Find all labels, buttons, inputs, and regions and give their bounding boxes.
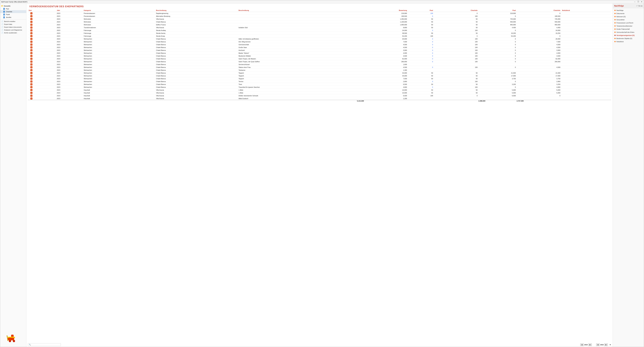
table-row[interactable]: ⋮ W 2023HaushaltVilla AcaciaAntiker ebon…	[28, 94, 611, 97]
row-menu-dots[interactable]: ⋮ W	[28, 69, 56, 71]
table-row[interactable]: ⋮ W 2023WertsachenChalet BiancaAdler mit…	[28, 37, 611, 40]
right-nav-item-vormundschaft-des-erbes[interactable]: Vormundschaft des Erbes	[613, 31, 644, 34]
sidebar-action-export[interactable]: 📄 Export data	[0, 23, 26, 26]
row-menu-dots[interactable]: ⋮ W	[28, 60, 56, 63]
row-menu-dots[interactable]: ⋮ W	[28, 57, 56, 60]
row-menu-dots[interactable]: ⋮ W	[28, 37, 56, 40]
row-menu-dots[interactable]: ⋮ W	[28, 63, 56, 66]
row-menu-dots[interactable]: ⋮ W	[28, 83, 56, 86]
table-row[interactable]: ⋮ W 2023WertsachenChalet BiancaSaint-Tro…	[28, 60, 611, 63]
year-next-button-2[interactable]: ►	[604, 344, 608, 346]
year-prev-button-2[interactable]: ◄	[596, 344, 600, 346]
table-row[interactable]: ⋮ W 2023WertsachenChalet BiancaTeekanne1…	[28, 69, 611, 71]
table-row[interactable]: ⋮ W 2023WertsachenChalet BiancaMystische…	[28, 54, 611, 57]
table-row[interactable]: ⋮ W 2023WertsachenChalet BiancaTrauerlie…	[28, 86, 611, 89]
right-nav-item-nachfolge[interactable]: Nachfolge	[613, 9, 644, 12]
table-row[interactable]: ⋮ W 2023PensionskassenAlternative Beratu…	[28, 15, 611, 17]
table-row[interactable]: ⋮ W 2023WertsachenChalet BiancaTeppich34…	[28, 74, 611, 77]
table-row[interactable]: ⋮ W 2023WohnsitzeVilla Acacia1,450,00050…	[28, 17, 611, 20]
sidebar-action-export-docs[interactable]: 📄 Export data & documents	[0, 26, 26, 28]
search-box[interactable]: 🔍	[28, 343, 61, 346]
row-paul-value: 0	[478, 52, 517, 54]
table-row[interactable]: ⋮ W 2023FahrzeugeSkoda Eniaq54,200100054…	[28, 35, 611, 37]
table-row[interactable]: ⋮ W 2023HaushaltVilla AcaciaAttila Essti…	[28, 97, 611, 100]
row-menu-dots[interactable]: ⋮ W	[28, 86, 56, 89]
row-menu-dots[interactable]: ⋮ W	[28, 54, 56, 57]
table-row[interactable]: ⋮ W 2023WertsachenChalet BiancaMaske "Ad…	[28, 52, 611, 54]
row-menu-dots[interactable]: ⋮ W	[28, 43, 56, 46]
minimize-button[interactable]: ─	[634, 1, 636, 3]
year-next-button[interactable]: ►	[588, 344, 592, 346]
table-row[interactable]: ⋮ W 2023WertsachenChalet BiancaServiersc…	[28, 63, 611, 66]
sidebar-action-analysen[interactable]: 📄 Analysen und Diagramme	[0, 28, 26, 31]
table-row[interactable]: ⋮ W 2023TransformationenVilla AcaciaIsol…	[28, 26, 611, 29]
row-menu-dots[interactable]: ⋮ W	[28, 71, 56, 74]
table-row[interactable]: ⋮ W 2023PensionskassenRapidengineering21…	[28, 12, 611, 15]
row-menu-dots[interactable]: ⋮ W	[28, 15, 56, 17]
right-nav-item-dokumente[interactable]: Dokumente	[613, 12, 644, 15]
table-row[interactable]: ⋮ W 2023WertsachenChalet BiancaTeppich7,…	[28, 77, 611, 80]
row-menu-dots[interactable]: ⋮ W	[28, 12, 56, 15]
sidebar-action-bericht[interactable]: 📄 Bericht erstellen	[0, 20, 26, 23]
table-row[interactable]: ⋮ W 2023WertsachenChalet BiancaTerrine2,…	[28, 80, 611, 83]
row-menu-dots[interactable]: ⋮ W	[28, 29, 56, 32]
table-row[interactable]: ⋮ W 2023WohnsitzeEdifice Futura1,900,000…	[28, 23, 611, 26]
row-menu-dots[interactable]: ⋮ W	[28, 46, 56, 49]
table-row[interactable]: ⋮ W 2023FahrzeugeSkoda Kodiaq24,00001000…	[28, 29, 611, 32]
right-nav-item-finanzwesen-und-recht[interactable]: Finanzwesen und Recht	[613, 21, 644, 24]
row-menu-dots[interactable]: ⋮ W	[28, 74, 56, 77]
table-row[interactable]: ⋮ W 2023HaushaltVilla Acacia1 Aktie10,00…	[28, 89, 611, 91]
sidebar-item-frank[interactable]: 👤 Frank	[0, 13, 26, 16]
sidebar-action-archiv[interactable]: 📄 Archiv ausblenden	[0, 31, 26, 34]
filter-button[interactable]: ▼	[609, 344, 611, 346]
row-menu-dots[interactable]: ⋮ W	[28, 49, 56, 52]
row-menu-dots[interactable]: ⋮ W	[28, 80, 56, 83]
row-menu-dots[interactable]: ⋮ W	[28, 26, 56, 29]
table-row[interactable]: ⋮ W 2023WertsachenChalet BiancaStatue ei…	[28, 66, 611, 69]
row-menu-dots[interactable]: ⋮ W	[28, 52, 56, 54]
table-row[interactable]: ⋮ W 2023WertsachenChalet BiancaHochzeit3…	[28, 49, 611, 52]
right-nav-item-vermögenseigentum--g-[interactable]: Vermögenseigentum [G]	[613, 34, 644, 37]
table-row[interactable]: ⋮ W 2023WertsachenChalet BiancaDen Weg k…	[28, 40, 611, 43]
row-menu-dots[interactable]: ⋮ W	[28, 97, 56, 100]
right-nav-item-notizblock[interactable]: Notizblock	[613, 40, 644, 43]
row-menu-dots[interactable]: ⋮ W	[28, 89, 56, 91]
row-paul-pct: 50	[408, 17, 434, 20]
row-menu-dots[interactable]: ⋮ W	[28, 17, 56, 20]
table-row[interactable]: ⋮ W 2023WertsachenChalet BiancaTeppich43…	[28, 71, 611, 74]
table-row[interactable]: ⋮ W 2023WertsachenChalet BiancaSaint-Tro…	[28, 57, 611, 60]
row-menu-dots[interactable]: ⋮ W	[28, 23, 56, 26]
sidebar-item-jennifer[interactable]: 👤 Jennifer	[0, 16, 26, 19]
sidebar-item-paul[interactable]: 👤 Paul	[0, 7, 26, 10]
close-button[interactable]: ✕	[640, 1, 643, 3]
font-label[interactable]: Aa aa	[638, 5, 642, 7]
row-menu-dots[interactable]: ⋮ W	[28, 32, 56, 35]
row-menu-dots[interactable]: ⋮ W	[28, 94, 56, 97]
restore-button[interactable]: ❐	[637, 1, 639, 3]
row-menu-dots[interactable]: ⋮ W	[28, 77, 56, 80]
table-row[interactable]: ⋮ W 2023WohnsitzeChalet Bianca1,100,0005…	[28, 20, 611, 23]
expand-icon[interactable]: ↗	[636, 5, 638, 7]
row-charlotte-pct: 100	[434, 54, 478, 57]
right-nav-item-kinder-patenschaft[interactable]: Kinder Patenschaft	[613, 27, 644, 31]
table-row[interactable]: ⋮ W 2023WertsachenChalet BiancaGemüsesch…	[28, 43, 611, 46]
table-row[interactable]: ⋮ W 2023WertsachenChalet BiancaGroße Vas…	[28, 46, 611, 49]
right-nav-item-testamentsvollstrecker[interactable]: Testamentsvollstrecker	[613, 24, 644, 27]
row-paul-value: 5,000	[478, 91, 517, 94]
row-beschreibung2: Saint-Tropez, der Quai Suffren	[238, 60, 357, 63]
year-prev-button[interactable]: ◄	[580, 344, 584, 346]
table-row[interactable]: ⋮ W 2023HaushaltVilla Acacia1 Aktie10,00…	[28, 91, 611, 94]
sidebar-item-charlotte[interactable]: 👤 Charlotte	[0, 10, 26, 13]
right-nav-item-adressen--g-[interactable]: Adressen [G]	[613, 15, 644, 18]
row-menu-dots[interactable]: ⋮ W	[28, 91, 56, 94]
row-menu-dots[interactable]: ⋮ W	[28, 66, 56, 69]
table-row[interactable]: ⋮ W 2023FahrzeugeSkoda Kamiq38,500505019…	[28, 32, 611, 35]
right-nav-item-gesundheit[interactable]: Gesundheit	[613, 18, 644, 21]
right-nav-item-bestimmte-objekte--g-[interactable]: Bestimmte Objekte [G]	[613, 37, 644, 40]
row-menu-dots[interactable]: ⋮ W	[28, 40, 56, 43]
table-container[interactable]: Dok Jahr Kategorie Beschreibung Beschrei…	[26, 9, 612, 343]
row-menu-dots[interactable]: ⋮ W	[28, 35, 56, 37]
search-input[interactable]	[32, 344, 60, 346]
row-menu-dots[interactable]: ⋮ W	[28, 20, 56, 23]
table-row[interactable]: ⋮ W 2023WertsachenChalet BiancaTiere6,50…	[28, 83, 611, 86]
